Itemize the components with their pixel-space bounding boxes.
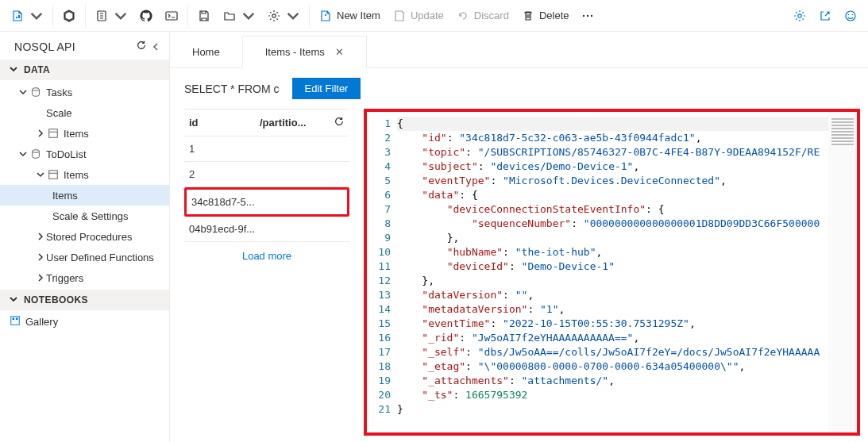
svg-point-2	[272, 13, 276, 17]
load-more-button[interactable]: Load more	[184, 242, 349, 270]
cube-button[interactable]	[56, 3, 82, 29]
tree-item-tasks-scale[interactable]: Scale	[0, 102, 169, 123]
tree-label: ToDoList	[46, 148, 87, 160]
svg-rect-16	[16, 318, 18, 321]
code-area[interactable]: { "id": "34c818d7-5c32-c063-ae5b-43f0944…	[397, 112, 828, 432]
more-button[interactable]	[575, 3, 600, 29]
new-sql-query-button[interactable]	[5, 3, 49, 29]
update-label: Update	[411, 10, 444, 21]
main-pane: Home Items - Items ✕ SELECT * FROM c Edi…	[170, 32, 868, 442]
chevron-down-icon	[10, 294, 19, 306]
list-item[interactable]: 1	[184, 136, 349, 162]
chevron-right-icon	[35, 253, 46, 261]
svg-rect-1	[166, 12, 177, 20]
gallery-label: Gallery	[25, 316, 58, 328]
gear-dropdown-button[interactable]	[261, 3, 306, 29]
svg-point-7	[846, 11, 855, 21]
tree-item-tasks-items[interactable]: Items	[0, 123, 169, 144]
item-list-header: id /partitio...	[184, 109, 349, 136]
edit-filter-button[interactable]: Edit Filter	[292, 78, 361, 99]
refresh-list-button[interactable]	[334, 116, 345, 129]
tree-label: Triggers	[46, 272, 83, 284]
column-id[interactable]: id	[189, 117, 260, 129]
discard-label: Discard	[474, 10, 509, 21]
list-item[interactable]: 04b91ecd-9f...	[184, 217, 349, 242]
tree-label: User Defined Functions	[46, 252, 154, 263]
discard-button[interactable]: Discard	[450, 3, 515, 29]
tree-item-todolist-items[interactable]: Items	[0, 164, 169, 185]
list-item[interactable]: 2	[184, 162, 349, 187]
tree-label: Scale	[46, 107, 72, 119]
container-icon	[46, 169, 60, 180]
tree-item-tasks[interactable]: Tasks	[0, 82, 169, 102]
column-partition-key[interactable]: /partitio...	[260, 117, 330, 129]
open-dropdown-button[interactable]	[217, 3, 261, 29]
settings-button[interactable]	[787, 3, 812, 29]
close-icon[interactable]: ✕	[335, 46, 344, 58]
svg-point-8	[848, 13, 850, 15]
tree-item-items[interactable]: Items	[0, 185, 169, 206]
tab-items[interactable]: Items - Items ✕	[242, 36, 368, 68]
open-external-button[interactable]	[812, 3, 838, 29]
editor-highlight: 123456789101112131415161718192021 { "id"…	[364, 109, 860, 436]
content-split: id /partitio... 1 2 34c818d7-5... 04b91e…	[170, 109, 868, 442]
svg-rect-11	[49, 129, 58, 138]
chevron-down-icon	[114, 10, 127, 22]
chevron-down-icon	[17, 150, 29, 158]
svg-rect-14	[11, 317, 20, 325]
tree-item-todolist[interactable]: ToDoList	[0, 144, 169, 164]
svg-point-9	[852, 13, 854, 15]
new-item-label: New Item	[337, 10, 380, 21]
gallery-item[interactable]: Gallery	[0, 310, 169, 333]
section-notebooks[interactable]: NOTEBOOKS	[0, 290, 169, 310]
tab-label: Home	[192, 46, 220, 58]
tree-item-stored-procedures[interactable]: Stored Procedures	[0, 226, 169, 247]
svg-point-3	[583, 14, 584, 16]
tree-item-scale-settings[interactable]: Scale & Settings	[0, 206, 169, 226]
item-list: id /partitio... 1 2 34c818d7-5... 04b91e…	[184, 109, 349, 436]
main-toolbar: New Item Update Discard Delete	[0, 0, 868, 32]
tree-label: Stored Procedures	[46, 231, 132, 243]
svg-point-12	[33, 150, 40, 153]
new-item-button[interactable]: New Item	[313, 3, 387, 29]
tree-item-triggers[interactable]: Triggers	[0, 267, 169, 288]
tree-label: Tasks	[46, 86, 72, 98]
github-button[interactable]	[133, 3, 159, 29]
tree-label: Items	[64, 169, 89, 181]
collapse-icon[interactable]	[152, 40, 160, 53]
save-dropdown-button[interactable]	[191, 3, 217, 29]
gallery-icon	[10, 315, 21, 329]
tree: Tasks Scale Items ToDoList Items	[0, 80, 169, 290]
chevron-down-icon	[35, 171, 46, 179]
chevron-right-icon	[35, 129, 46, 137]
minimap[interactable]	[828, 112, 857, 432]
terminal-button[interactable]	[159, 3, 184, 29]
query-text: SELECT * FROM c	[184, 83, 280, 95]
update-button[interactable]: Update	[387, 3, 450, 29]
feedback-button[interactable]	[838, 3, 863, 29]
tree-item-udf[interactable]: User Defined Functions	[0, 247, 169, 267]
section-notebooks-label: NOTEBOOKS	[24, 294, 88, 306]
svg-rect-13	[49, 171, 58, 179]
tab-label: Items - Items	[265, 46, 325, 58]
list-item-selected[interactable]: 34c818d7-5...	[184, 187, 349, 217]
chevron-down-icon	[10, 64, 19, 75]
sidebar-refresh-button[interactable]	[136, 40, 147, 53]
toolbar-divider	[52, 5, 53, 27]
tree-label: Scale & Settings	[52, 210, 128, 222]
section-data-label: DATA	[24, 64, 50, 75]
svg-point-10	[33, 88, 40, 91]
sidebar: NOSQL API DATA Tasks Scale	[0, 32, 170, 442]
tab-home[interactable]: Home	[170, 37, 242, 67]
chevron-down-icon	[17, 88, 29, 96]
chevron-down-icon	[287, 10, 299, 22]
tabs: Home Items - Items ✕	[170, 32, 868, 68]
svg-point-4	[587, 14, 588, 16]
line-gutter: 123456789101112131415161718192021	[367, 112, 397, 432]
toolbar-divider	[187, 5, 188, 27]
section-data[interactable]: DATA	[0, 60, 169, 80]
toolbar-divider	[85, 5, 86, 27]
notebook-dropdown-button[interactable]	[89, 3, 133, 29]
delete-button[interactable]: Delete	[515, 3, 576, 29]
svg-point-6	[798, 13, 801, 17]
